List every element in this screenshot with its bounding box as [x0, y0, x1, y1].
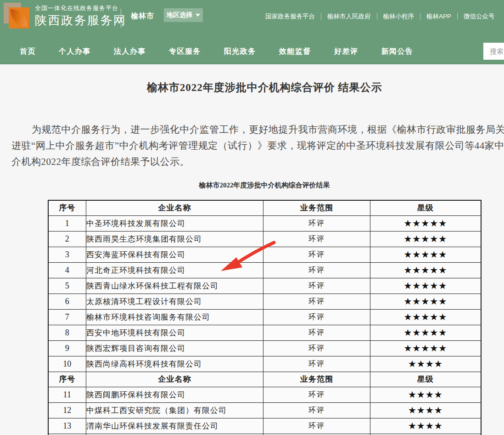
link-national-platform[interactable]: 国家政务服务平台 — [265, 12, 315, 21]
table-row: 6 太原核清环境工程设计有限公司 环评 ★★★★★ — [48, 294, 481, 309]
company-name: 陕西阔鹏环保科技有限公司 — [86, 387, 263, 402]
link-separator — [457, 13, 458, 20]
nav-item-personal[interactable]: 个人办事 — [59, 47, 91, 56]
star-rating: ★★★★ — [370, 387, 481, 402]
star-rating: ★★★★★ — [370, 294, 481, 309]
table-row: 12 中煤科工西安研究院（集团）有限公司 环评 ★★★★ — [48, 402, 481, 418]
company-name: 中圣环境科技发展有限公司 — [86, 215, 263, 231]
nav-item-sunshine-gov[interactable]: 阳光政务 — [224, 47, 256, 56]
header-cell-scope: 业务范围 — [263, 372, 370, 387]
table-caption: 榆林市2022年度涉批中介机构综合评价结果 — [0, 181, 504, 190]
row-number: 2 — [48, 231, 86, 247]
company-name: 西安中地环境科技有限公司 — [86, 325, 263, 340]
region-select-label: 地区选择 — [167, 11, 192, 19]
link-separator — [420, 13, 420, 20]
business-scope: 环评 — [263, 325, 370, 340]
business-scope: 环评 — [263, 418, 370, 434]
company-name: 陕西青山绿水环保科技工程有限公司 — [86, 278, 263, 294]
site-name: 陕西政务服务网 — [35, 14, 127, 26]
business-scope: 环评 — [263, 215, 370, 231]
star-rating: ★★★★ — [370, 418, 481, 434]
link-separator — [321, 13, 321, 20]
link-city-government[interactable]: 榆林市人民政府 — [327, 12, 371, 21]
link-yulin-app[interactable]: 榆林APP — [426, 12, 451, 21]
nav-item-news[interactable]: 新闻公告 — [381, 47, 414, 56]
header-cell-stars: 星级 — [370, 200, 481, 215]
nav-item-efficiency[interactable]: 效能监督 — [279, 47, 311, 56]
row-number: 13 — [48, 418, 86, 434]
business-scope: 环评 — [263, 356, 370, 372]
business-scope: 环评 — [263, 294, 370, 309]
header-cell-no: 序号 — [48, 200, 86, 215]
business-scope: 环评 — [263, 262, 370, 278]
nav-item-home[interactable]: 首页 — [20, 47, 36, 56]
current-city-label[interactable]: 榆林市 — [131, 11, 154, 21]
row-number: 4 — [48, 262, 86, 278]
table-row: 4 河北奇正环境科技有限公司 环评 ★★★★★ — [48, 262, 481, 278]
site-title-block: 全国一体化在线政务服务平台 陕西政务服务网 — [35, 5, 127, 26]
header-cell-no: 序号 — [48, 372, 86, 387]
row-number: 11 — [48, 387, 86, 402]
page-title: 榆林市2022年度涉批中介机构综合评价 结果公示 — [0, 80, 504, 95]
star-rating: ★★★★★ — [370, 215, 481, 231]
company-name: 河北奇正环境科技有限公司 — [86, 262, 263, 278]
star-rating: ★★★★★ — [370, 340, 481, 356]
link-wechat-official[interactable]: 微信公众号 — [464, 12, 495, 21]
header-cell-stars: 星级 — [370, 372, 481, 387]
star-rating: ★★★★★ — [370, 325, 481, 340]
chevron-down-icon — [196, 14, 200, 17]
row-number: 3 — [48, 247, 86, 262]
row-number: 7 — [48, 309, 86, 325]
evaluation-results-table: 序号 企业名称 业务范围 星级 1 中圣环境科技发展有限公司 环评 ★★★★★ … — [48, 200, 482, 435]
business-scope: 环评 — [263, 387, 370, 402]
business-scope: 环评 — [263, 231, 370, 247]
star-rating: ★★★★ — [370, 356, 481, 372]
table-row: 13 渭南华山环保科技发展有限责任公司 环评 ★★★★ — [48, 418, 481, 434]
region-select-button[interactable]: 地区选择 — [164, 8, 203, 22]
table-row: 10 陕西尚绿高科环境科技有限公司 环评 ★★★★ — [48, 356, 481, 372]
table-header-row: 序号 企业名称 业务范围 星级 — [48, 372, 481, 387]
nav-item-legal-person[interactable]: 法人办事 — [114, 47, 146, 56]
paragraph-line: 进驻“网上中介服务超市”中介机构考评管理规定（试行）》要求，现将评定的中圣环境科… — [11, 138, 504, 154]
company-name: 西安海蓝环保科技有限公司 — [86, 247, 263, 262]
star-rating: ★★★★★ — [370, 278, 481, 294]
business-scope: 环评 — [263, 340, 370, 356]
row-number: 12 — [48, 402, 86, 418]
main-navbar: 首页 个人办事 法人办事 专区服务 阳光政务 效能监督 好差评 新闻公告 — [0, 39, 504, 64]
header-cell-scope: 业务范围 — [263, 200, 370, 215]
star-rating: ★★★★★ — [370, 309, 481, 325]
business-scope: 环评 — [263, 278, 370, 294]
paragraph-line: 介机构2022年度综合评价结果予以公示。 — [11, 154, 504, 170]
business-scope: 环评 — [263, 402, 370, 418]
nav-item-rating[interactable]: 好差评 — [334, 47, 358, 56]
company-name: 榆林市环境科技咨询服务有限公司 — [86, 309, 263, 325]
nav-item-special-zone[interactable]: 专区服务 — [169, 47, 201, 56]
notice-content: 榆林市2022年度涉批中介机构综合评价 结果公示 为规范中介服务行为，进一步强化… — [0, 80, 504, 435]
header-divider — [121, 9, 121, 28]
row-number: 9 — [48, 340, 86, 356]
header-cell-name: 企业名称 — [86, 372, 263, 387]
table-row: 5 陕西青山绿水环保科技工程有限公司 环评 ★★★★★ — [48, 278, 481, 294]
company-name: 陕西宏辉项目咨询有限公司 — [86, 340, 263, 356]
business-scope: 环评 — [263, 247, 370, 262]
company-name: 太原核清环境工程设计有限公司 — [86, 294, 263, 309]
row-number: 6 — [48, 294, 86, 309]
table-row: 9 陕西宏辉项目咨询有限公司 环评 ★★★★★ — [48, 340, 481, 356]
search-input[interactable] — [483, 43, 504, 60]
topbar-links: 国家政务服务平台 榆林市人民政府 榆林小程序 榆林APP 微信公众号 注册 — [265, 12, 504, 21]
row-number: 10 — [48, 356, 86, 372]
company-name: 中煤科工西安研究院（集团）有限公司 — [86, 402, 263, 418]
header-cell-name: 企业名称 — [86, 200, 263, 215]
row-number: 5 — [48, 278, 86, 294]
star-rating: ★★★★★ — [370, 231, 481, 247]
star-rating: ★★★★★ — [370, 247, 481, 262]
row-number: 1 — [48, 215, 86, 231]
company-name: 陕西雨昊生态环境集团有限公司 — [86, 231, 263, 247]
business-scope: 环评 — [263, 309, 370, 325]
star-rating: ★★★★★ — [370, 262, 481, 278]
notice-paragraph: 为规范中介服务行为，进一步强化中介监管工作，更好地提升我市营商环境，根据《榆林市… — [11, 122, 504, 170]
star-rating: ★★★★ — [370, 402, 481, 418]
company-name: 渭南华山环保科技发展有限责任公司 — [86, 418, 263, 434]
site-header: 全国一体化在线政务服务平台 陕西政务服务网 榆林市 地区选择 国家政务服务平台 … — [0, 0, 504, 64]
link-mini-program[interactable]: 榆林小程序 — [383, 12, 414, 21]
